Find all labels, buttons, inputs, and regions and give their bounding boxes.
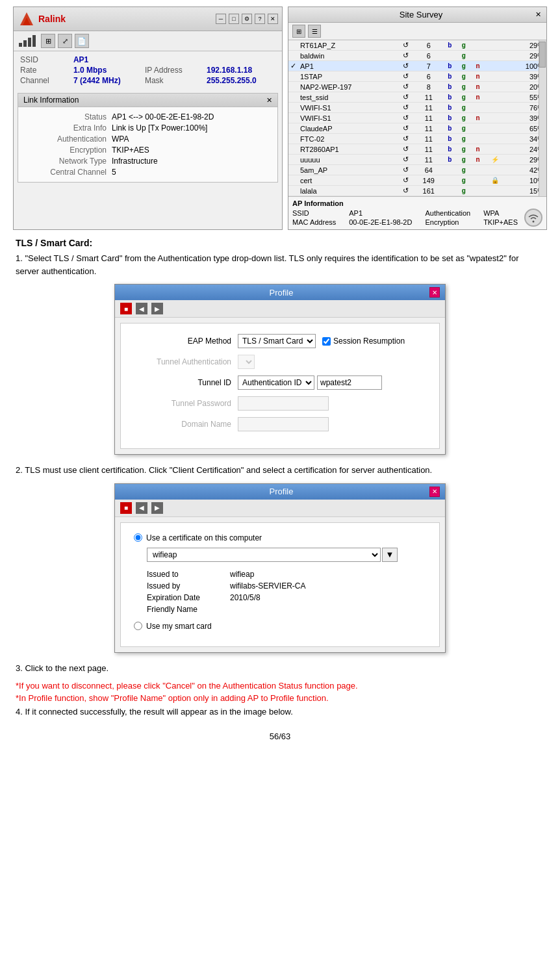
ap-info-section: AP Information SSID AP1 Authentication W… xyxy=(288,196,546,229)
net-label: Network Type xyxy=(29,157,107,166)
top-section: Ralink ─ □ ⚙ ? ✕ ⊞ ⤢ 📄 xyxy=(13,6,547,230)
use-cert-radio[interactable] xyxy=(134,533,142,542)
survey-scrollbar[interactable] xyxy=(539,40,546,196)
issued-by-label: Issued by xyxy=(147,581,225,591)
extra-value: Link is Up [Tx Power:100%] xyxy=(112,123,267,133)
table-row[interactable]: NAP2-WEP-197↺8bgn20% xyxy=(288,82,546,92)
table-row[interactable]: VWIFI-S1↺11bg76% xyxy=(288,103,546,113)
survey-close-button[interactable]: ✕ xyxy=(535,10,541,19)
table-row[interactable]: uuuuu↺11bgn⚡29% xyxy=(288,155,546,165)
profile-title-2: Profile xyxy=(133,487,429,496)
domain-name-label: Domain Name xyxy=(134,420,238,429)
note1: *If you want to disconnect, please click… xyxy=(16,681,544,691)
signal-waves-icon xyxy=(526,210,541,225)
survey-icon-1[interactable]: ⊞ xyxy=(292,25,305,38)
table-row[interactable]: cert↺149g🔒10% xyxy=(288,175,546,186)
survey-scroll-wrapper: RT61AP_Z↺6bg29%baldwin↺6g29%✓AP1↺7bgn100… xyxy=(288,40,546,196)
rate-label: Rate xyxy=(20,66,68,75)
mask-label: Mask xyxy=(145,76,201,85)
profile-close-button-1[interactable]: ✕ xyxy=(429,287,440,298)
survey-icon-2[interactable]: ☰ xyxy=(308,25,321,38)
auth-value: WPA xyxy=(112,134,267,144)
profile-close-button-2[interactable]: ✕ xyxy=(429,487,440,497)
survey-scrollbar-thumb[interactable] xyxy=(539,42,546,68)
domain-name-row: Domain Name xyxy=(134,417,426,431)
survey-panel: Site Survey ✕ ⊞ ☰ RT61AP_Z↺6bg29%baldwin… xyxy=(288,6,547,230)
table-row[interactable]: FTC-02↺11bg34% xyxy=(288,134,546,144)
forward-button[interactable]: ▶ xyxy=(151,303,163,314)
back-button-2[interactable]: ◀ xyxy=(136,502,147,514)
tunnel-password-label: Tunnel Password xyxy=(134,399,238,408)
profile-dialog-1: Profile ✕ ■ ◀ ▶ EAP Method TLS / Smart C… xyxy=(114,284,446,455)
enc-value: TKIP+AES xyxy=(112,146,267,155)
issued-to-label: Issued to xyxy=(147,570,225,579)
table-row[interactable]: RT61AP_Z↺6bg29% xyxy=(288,40,546,51)
profile-body-1: EAP Method TLS / Smart Card Session Resu… xyxy=(120,323,440,449)
back-button[interactable]: ◀ xyxy=(136,303,147,314)
ap-signal-icon xyxy=(524,209,542,227)
connection-info: SSID AP1 Rate 1.0 Mbps IP Address 192.16… xyxy=(14,51,282,89)
ip-label: IP Address xyxy=(145,66,201,75)
ap-mac-label: MAC Address xyxy=(292,218,342,226)
table-row[interactable]: test_ssid↺11bgn55% xyxy=(288,92,546,103)
session-resumption-checkbox[interactable] xyxy=(322,337,331,346)
central-label: Central Channel xyxy=(29,168,107,177)
svg-point-2 xyxy=(533,221,535,223)
use-smartcard-label: Use my smart card xyxy=(146,622,212,631)
auth-label: Authentication xyxy=(29,134,107,144)
link-info-header: Link Information ✕ xyxy=(18,94,277,107)
tunnel-id-input[interactable]: wpatest2 xyxy=(317,375,382,390)
eap-method-select[interactable]: TLS / Smart Card xyxy=(238,334,316,348)
channel-value: 7 (2442 MHz) xyxy=(73,76,140,85)
table-row[interactable]: 5am_AP↺64g42% xyxy=(288,165,546,175)
stop-button[interactable]: ■ xyxy=(120,303,132,314)
toolbar-icon-1[interactable]: ⊞ xyxy=(41,34,55,48)
ralink-panel: Ralink ─ □ ⚙ ? ✕ ⊞ ⤢ 📄 xyxy=(13,6,283,230)
survey-toolbar: ⊞ ☰ xyxy=(288,23,546,40)
channel-label: Channel xyxy=(20,76,68,85)
status-label: Status xyxy=(29,112,107,121)
minimize-button[interactable]: ─ xyxy=(216,14,226,24)
table-row[interactable]: ClaudeAP↺11bg65% xyxy=(288,123,546,134)
link-info-close[interactable]: ✕ xyxy=(266,96,272,105)
cert-select[interactable]: wifieap xyxy=(147,548,381,562)
table-row[interactable]: ✓AP1↺7bgn100% xyxy=(288,61,546,71)
table-row[interactable]: lalala↺161g15% xyxy=(288,186,546,196)
expiry-label: Expiration Date xyxy=(147,593,225,602)
ap-auth-label: Authentication xyxy=(425,209,477,217)
ip-value: 192.168.1.18 xyxy=(207,66,275,75)
profile-titlebar-2: Profile ✕ xyxy=(115,484,445,500)
ap-ssid-value: AP1 xyxy=(349,209,418,217)
tunnel-id-label: Tunnel ID xyxy=(134,378,238,387)
stop-button-2[interactable]: ■ xyxy=(120,502,132,514)
use-cert-label: Use a certificate on this computer xyxy=(146,533,262,542)
tunnel-password-row: Tunnel Password xyxy=(134,396,426,411)
use-smartcard-radio[interactable] xyxy=(134,622,142,630)
issued-to-value: wifieap xyxy=(230,570,426,579)
table-row[interactable]: VWIFI-S1↺11bgn39% xyxy=(288,113,546,123)
ssid-label: SSID xyxy=(20,55,68,64)
toolbar-icon-3[interactable]: 📄 xyxy=(75,34,89,48)
table-row[interactable]: RT2860AP1↺11bgn24% xyxy=(288,144,546,155)
toolbar-icons: ⊞ ⤢ 📄 xyxy=(41,34,89,48)
cert-dropdown-button[interactable]: ▼ xyxy=(382,548,398,562)
step4-text: 4. If it connected successfully, the res… xyxy=(16,705,544,718)
maximize-button[interactable]: □ xyxy=(229,14,239,24)
use-cert-option: Use a certificate on this computer xyxy=(134,533,426,542)
window-controls: ─ □ ⚙ ? ✕ xyxy=(216,14,278,24)
help-button[interactable]: ? xyxy=(255,14,265,24)
settings-button[interactable]: ⚙ xyxy=(242,14,252,24)
forward-button-2[interactable]: ▶ xyxy=(151,502,163,514)
status-value: AP1 <--> 00-0E-2E-E1-98-2D xyxy=(112,112,267,121)
close-button[interactable]: ✕ xyxy=(268,14,278,24)
use-smartcard-option: Use my smart card xyxy=(134,622,426,631)
profile-title-1: Profile xyxy=(133,288,429,298)
step2-text: 2. TLS must use client certification. Cl… xyxy=(16,464,544,477)
table-row[interactable]: 1STAP↺6bgn39% xyxy=(288,71,546,82)
tunnel-password-input xyxy=(238,396,329,411)
expiry-value: 2010/5/8 xyxy=(230,593,426,602)
eap-method-row: EAP Method TLS / Smart Card Session Resu… xyxy=(134,334,426,348)
table-row[interactable]: baldwin↺6g29% xyxy=(288,51,546,61)
tunnel-id-select[interactable]: Authentication ID xyxy=(238,375,314,390)
toolbar-icon-2[interactable]: ⤢ xyxy=(58,34,72,48)
